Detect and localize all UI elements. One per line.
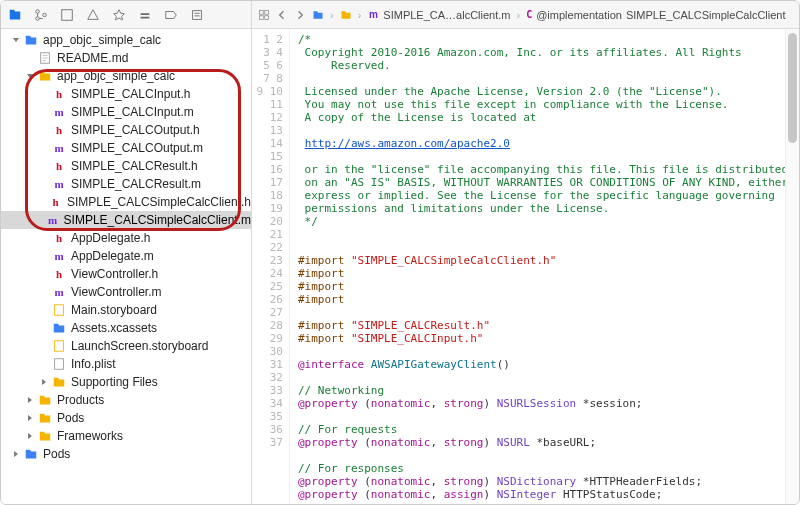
jumpbar-project-icon[interactable] [312, 9, 324, 21]
file-icon [51, 356, 67, 372]
tree-row[interactable]: Supporting Files [1, 373, 251, 391]
debug-navigator-icon[interactable] [137, 7, 153, 23]
tree-row-label: SIMPLE_CALCInput.h [71, 87, 190, 101]
disclosure-triangle-icon[interactable] [25, 71, 35, 81]
jumpbar-folder-icon[interactable] [340, 9, 352, 21]
tree-row[interactable]: mAppDelegate.m [1, 247, 251, 265]
file-icon [37, 410, 53, 426]
disclosure-triangle-icon [39, 233, 49, 243]
breakpoint-navigator-icon[interactable] [163, 7, 179, 23]
tree-row[interactable]: Frameworks [1, 427, 251, 445]
issue-navigator-icon[interactable] [85, 7, 101, 23]
line-gutter: 1 2 3 4 5 6 7 8 9 10 11 12 13 14 15 16 1… [252, 29, 290, 504]
tree-row[interactable]: Info.plist [1, 355, 251, 373]
tree-row-label: SIMPLE_CALCSimpleCalcClient.h [67, 195, 251, 209]
code-area[interactable]: /* Copyright 2010-2016 Amazon.com, Inc. … [290, 29, 785, 504]
file-icon: m [51, 284, 67, 300]
tree-row[interactable]: hSIMPLE_CALCResult.h [1, 157, 251, 175]
symbol-navigator-icon[interactable] [59, 7, 75, 23]
tree-row[interactable]: LaunchScreen.storyboard [1, 337, 251, 355]
file-icon: m [51, 104, 67, 120]
disclosure-triangle-icon [39, 107, 49, 117]
tree-row-label: Pods [43, 447, 70, 461]
source-control-icon[interactable] [33, 7, 49, 23]
svg-rect-10 [55, 359, 64, 370]
tree-row[interactable]: README.md [1, 49, 251, 67]
file-icon [37, 392, 53, 408]
disclosure-triangle-icon[interactable] [25, 395, 35, 405]
tree-row[interactable]: Pods [1, 445, 251, 463]
tree-row[interactable]: hSIMPLE_CALCInput.h [1, 85, 251, 103]
disclosure-triangle-icon [39, 251, 49, 261]
jump-bar[interactable]: › › m SIMPLE_CA…alcClient.m › C @impleme… [252, 1, 799, 29]
tree-row-label: Frameworks [57, 429, 123, 443]
disclosure-triangle-icon [39, 305, 49, 315]
file-icon: m [51, 140, 67, 156]
disclosure-triangle-icon[interactable] [11, 449, 21, 459]
file-icon: m [46, 212, 60, 228]
disclosure-triangle-icon [39, 179, 49, 189]
related-items-icon[interactable] [258, 9, 270, 21]
tree-row[interactable]: mSIMPLE_CALCInput.m [1, 103, 251, 121]
tree-row-label: SIMPLE_CALCOutput.m [71, 141, 203, 155]
tree-row[interactable]: Main.storyboard [1, 301, 251, 319]
tree-row[interactable]: Products [1, 391, 251, 409]
tree-row-label: AppDelegate.m [71, 249, 154, 263]
file-icon [51, 320, 67, 336]
report-navigator-icon[interactable] [189, 7, 205, 23]
tree-row-label: SIMPLE_CALCResult.m [71, 177, 201, 191]
file-icon [51, 302, 67, 318]
test-navigator-icon[interactable] [111, 7, 127, 23]
file-icon: h [51, 122, 67, 138]
tree-row-label: ViewController.h [71, 267, 158, 281]
tree-row[interactable]: hSIMPLE_CALCOutput.h [1, 121, 251, 139]
tree-row-label: Main.storyboard [71, 303, 157, 317]
tree-row[interactable]: mSIMPLE_CALCOutput.m [1, 139, 251, 157]
tree-row[interactable]: mSIMPLE_CALCResult.m [1, 175, 251, 193]
svg-rect-6 [193, 10, 202, 19]
file-icon: h [48, 194, 63, 210]
forward-button[interactable] [294, 9, 306, 21]
scrollbar-track[interactable] [785, 29, 799, 504]
tree-row[interactable]: mViewController.m [1, 283, 251, 301]
back-button[interactable] [276, 9, 288, 21]
disclosure-triangle-icon[interactable] [25, 413, 35, 423]
svg-rect-14 [265, 15, 269, 19]
svg-rect-4 [141, 13, 150, 15]
disclosure-triangle-icon[interactable] [25, 431, 35, 441]
file-icon: h [51, 266, 67, 282]
tree-row[interactable]: app_objc_simple_calc [1, 67, 251, 85]
svg-rect-12 [265, 10, 269, 14]
tree-row[interactable]: hSIMPLE_CALCSimpleCalcClient.h [1, 193, 251, 211]
tree-row[interactable]: app_objc_simple_calc [1, 31, 251, 49]
tree-row-label: SIMPLE_CALCInput.m [71, 105, 194, 119]
chevron-right-icon: › [358, 9, 362, 21]
tree-row[interactable]: Pods [1, 409, 251, 427]
svg-point-0 [36, 9, 40, 13]
editor-panel: › › m SIMPLE_CA…alcClient.m › C @impleme… [252, 1, 799, 504]
tree-row-label: LaunchScreen.storyboard [71, 339, 208, 353]
file-icon [37, 50, 53, 66]
tree-row-label: Assets.xcassets [71, 321, 157, 335]
jumpbar-file[interactable]: m SIMPLE_CA…alcClient.m [367, 9, 510, 21]
tree-row[interactable]: Assets.xcassets [1, 319, 251, 337]
file-icon: h [51, 230, 67, 246]
disclosure-triangle-icon [39, 269, 49, 279]
scrollbar-thumb[interactable] [788, 33, 797, 143]
disclosure-triangle-icon [37, 197, 46, 207]
tree-row[interactable]: hViewController.h [1, 265, 251, 283]
jumpbar-symbol[interactable]: C @implementation SIMPLE_CALCSimpleCalcC… [526, 9, 785, 21]
file-icon: m [51, 176, 67, 192]
tree-row[interactable]: mSIMPLE_CALCSimpleCalcClient.m [1, 211, 251, 229]
code-editor[interactable]: 1 2 3 4 5 6 7 8 9 10 11 12 13 14 15 16 1… [252, 29, 799, 504]
svg-rect-13 [260, 15, 264, 19]
project-navigator-icon[interactable] [7, 7, 23, 23]
tree-row-label: Supporting Files [71, 375, 158, 389]
disclosure-triangle-icon[interactable] [39, 377, 49, 387]
tree-row-label: Info.plist [71, 357, 116, 371]
disclosure-triangle-icon[interactable] [11, 35, 21, 45]
tree-row[interactable]: hAppDelegate.h [1, 229, 251, 247]
project-tree[interactable]: app_objc_simple_calcREADME.mdapp_objc_si… [1, 29, 251, 504]
svg-rect-9 [55, 341, 64, 352]
file-icon: h [51, 86, 67, 102]
